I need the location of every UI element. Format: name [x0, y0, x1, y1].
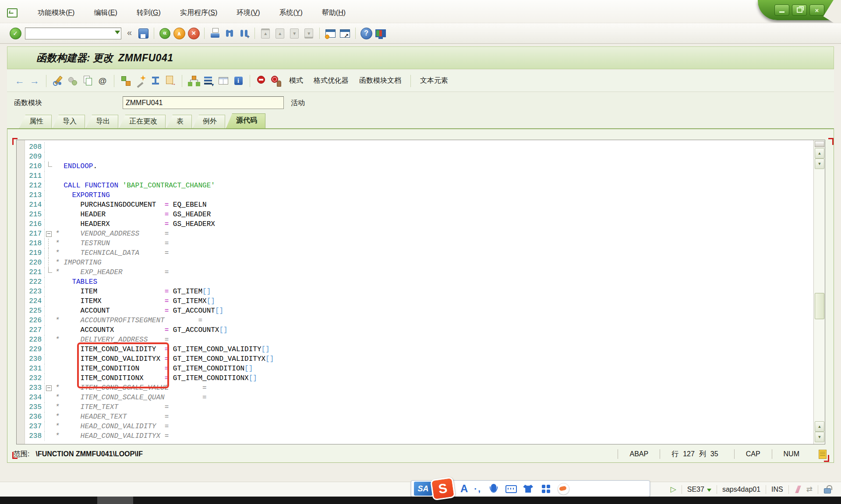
vertical-scrollbar[interactable]: ▲ ▼ ▲ ▼	[813, 140, 825, 444]
save-icon[interactable]	[137, 27, 150, 40]
keyboard-icon[interactable]	[505, 483, 516, 494]
help-icon[interactable]	[360, 27, 373, 40]
chevron-down-icon[interactable]	[707, 489, 711, 492]
next-page-icon[interactable]	[288, 27, 301, 40]
tab-source-code[interactable]: 源代码	[226, 113, 265, 128]
cancel-icon[interactable]	[187, 27, 200, 40]
code-line[interactable]: 219* TECHNICAL_DATA =	[25, 248, 813, 258]
other-object-icon[interactable]	[66, 74, 79, 88]
collapse-toolbar-icon[interactable]: «	[127, 28, 132, 38]
find-icon[interactable]	[223, 27, 236, 40]
fold-column[interactable]	[45, 383, 55, 393]
transaction-code[interactable]: SE37	[687, 486, 711, 493]
copy-icon[interactable]	[81, 74, 94, 88]
fold-column[interactable]	[45, 229, 55, 239]
ime-language-mode-icon[interactable]: A	[460, 483, 468, 495]
code-line[interactable]: 238* HEAD_COND_VALIDITYX =	[25, 431, 813, 441]
last-page-icon[interactable]	[302, 27, 315, 40]
tab-tables[interactable]: 表	[166, 115, 192, 128]
exit-icon[interactable]	[173, 27, 186, 40]
code-line[interactable]: 211	[25, 171, 813, 181]
function-module-doc-button[interactable]: 函数模块文档	[355, 74, 406, 87]
scroll-down-icon[interactable]: ▼	[815, 432, 824, 442]
code-line[interactable]: 208	[25, 142, 813, 152]
code-line[interactable]: 225 ACCOUNT = GT_ACCOUNT[]	[25, 306, 813, 316]
code-line[interactable]: 227 ACCOUNTX = GT_ACCOUNTX[]	[25, 325, 813, 335]
fold-collapse-icon[interactable]	[46, 231, 52, 237]
code-line[interactable]: 222 TABLES	[25, 277, 813, 287]
menu-item-y[interactable]: 系统(Y)	[278, 7, 304, 18]
code-line[interactable]: 223 ITEM = GT_ITEM[]	[25, 287, 813, 296]
close-button[interactable]: ×	[809, 4, 824, 16]
activate-icon[interactable]	[134, 74, 147, 88]
display-change-icon[interactable]	[51, 74, 64, 88]
code-line[interactable]: 220* IMPORTING	[25, 258, 813, 268]
tab-export[interactable]: 导出	[86, 115, 118, 128]
command-field[interactable]	[25, 28, 121, 39]
code-line[interactable]: 235* ITEM_TEXT =	[25, 402, 813, 412]
tab-import[interactable]: 导入	[53, 115, 85, 128]
menu-item-s[interactable]: 实用程序(S)	[178, 7, 219, 18]
first-page-icon[interactable]	[259, 27, 272, 40]
splitter-handle[interactable]	[815, 141, 824, 147]
system-menu-icon[interactable]	[7, 8, 18, 18]
microphone-icon[interactable]	[488, 483, 499, 494]
code-editor[interactable]: 208209210 ENDLOOP.211212 CALL FUNCTION '…	[16, 140, 825, 444]
performance-icon[interactable]	[794, 486, 801, 493]
compare-icon[interactable]	[149, 74, 162, 88]
info-icon[interactable]	[232, 74, 245, 88]
menu-item-h[interactable]: 帮助(H)	[320, 7, 347, 18]
code-line[interactable]: 226* ACCOUNTPROFITSEGMENT =	[25, 316, 813, 325]
lock-icon[interactable]	[823, 485, 831, 494]
navigate-back-icon[interactable]	[13, 74, 26, 88]
customize-icon[interactable]	[374, 27, 387, 40]
enter-icon[interactable]	[9, 27, 22, 40]
play-icon[interactable]: ▷	[671, 485, 676, 494]
scroll-up-icon[interactable]: ▲	[815, 421, 824, 432]
pattern-button[interactable]: 模式	[285, 74, 307, 87]
restore-button[interactable]	[792, 4, 807, 16]
response-time-icon[interactable]: ⇄	[806, 485, 813, 494]
code-line[interactable]: 213 EXPORTING	[25, 190, 813, 200]
session-breakpoint-icon[interactable]	[270, 74, 283, 88]
command-dropdown-icon[interactable]	[115, 31, 120, 34]
where-used-icon[interactable]	[96, 74, 109, 88]
navigate-forward-icon[interactable]	[28, 74, 41, 88]
fold-column[interactable]	[45, 268, 55, 277]
code-line[interactable]: 209	[25, 152, 813, 162]
notepad-icon[interactable]	[819, 450, 827, 459]
ime-punctuation-icon[interactable]: ·,	[474, 483, 481, 494]
find-next-icon[interactable]	[237, 27, 251, 40]
ime-skin-icon[interactable]	[523, 483, 534, 494]
insert-mode-indicator[interactable]: INS	[771, 486, 783, 493]
code-line[interactable]: 217* VENDOR_ADDRESS =	[25, 229, 813, 239]
emoji-icon[interactable]	[558, 483, 569, 494]
menu-item-g[interactable]: 转到(G)	[135, 7, 163, 18]
sap-logo[interactable]: SA	[414, 482, 432, 496]
code-line[interactable]: 224 ITEMX = GT_ITEMX[]	[25, 296, 813, 306]
text-elements-button[interactable]: 文本元素	[416, 74, 452, 87]
shortcut-icon[interactable]	[338, 27, 351, 40]
code-line[interactable]: 218* TESTRUN =	[25, 239, 813, 248]
code-line[interactable]: 215 HEADER = GS_HEADER	[25, 210, 813, 219]
back-icon[interactable]	[158, 27, 171, 40]
breakpoint-gutter[interactable]	[17, 140, 25, 444]
print-icon[interactable]	[208, 27, 222, 40]
syntax-check-icon[interactable]	[119, 74, 132, 88]
code-line[interactable]: 212 CALL FUNCTION 'BAPI_CONTRACT_CHANGE'	[25, 181, 813, 190]
sogou-ime-logo-icon[interactable]: S	[430, 477, 456, 501]
tab-attributes[interactable]: 属性	[19, 115, 52, 128]
scrollbar-thumb[interactable]	[815, 293, 824, 319]
hierarchy-icon[interactable]	[187, 74, 200, 88]
taskbar-window-item[interactable]	[97, 497, 133, 504]
tab-exceptions[interactable]: 例外	[193, 115, 225, 128]
pretty-printer-button[interactable]: 格式优化器	[309, 74, 353, 87]
minimize-button[interactable]	[774, 4, 789, 16]
prev-page-icon[interactable]	[273, 27, 286, 40]
breakpoint-icon[interactable]	[255, 74, 268, 88]
code-line[interactable]: 234* ITEM_COND_SCALE_QUAN =	[25, 393, 813, 402]
transport-icon[interactable]	[164, 74, 177, 88]
fold-column[interactable]	[45, 162, 55, 171]
menu-item-f[interactable]: 功能模块(F)	[36, 7, 76, 18]
code-line[interactable]: 236* HEADER_TEXT =	[25, 412, 813, 422]
